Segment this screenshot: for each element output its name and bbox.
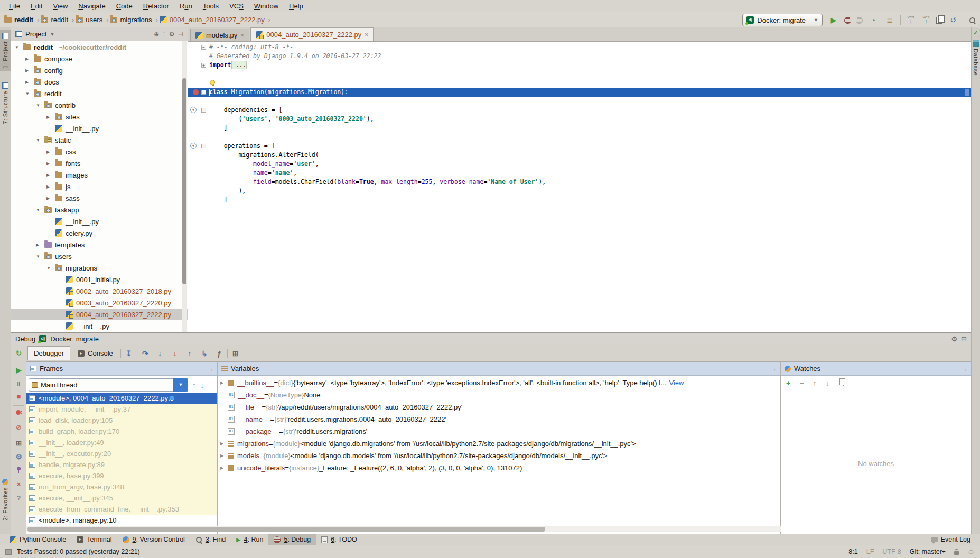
float-panel-icon[interactable]: → [962,366,967,372]
mute-breakpoints-icon[interactable]: ⊘ [11,423,26,431]
run-with-coverage-icon[interactable] [856,17,863,24]
breadcrumb-item[interactable]: reddit [4,16,33,24]
tree-item-celery-py[interactable]: celery.py [11,227,188,239]
run-configuration-select[interactable]: dj Docker: migrate ▼ [742,14,823,26]
variable-row[interactable]: 01__package__ = {str} 'reddit.users.migr… [218,425,781,438]
toolwindow-button-event-log[interactable]: Event Log [926,534,976,545]
toolwindow-button-python-console[interactable]: Python Console [4,534,71,545]
thread-selector[interactable]: MainThread ▼ [29,378,188,392]
tree-item-reddit[interactable]: ▼reddit [11,88,188,99]
rollback-icon[interactable]: ↺ [947,14,959,26]
tree-item-sass[interactable]: ▶sass [11,192,188,204]
debug-icon[interactable] [844,17,851,24]
code-line[interactable]: ] [188,124,971,133]
vcs-update-icon[interactable]: VCS↓ [906,16,916,24]
toolwindow-button-terminal[interactable]: ▸Terminal [71,534,117,545]
intention-bulb-icon[interactable] [210,80,215,85]
menu-run[interactable]: Run [175,1,197,11]
breadcrumb-item[interactable]: users [76,16,102,24]
code-area[interactable]: −# -*- coding: utf-8 -*-# Generated by D… [188,42,971,332]
view-link[interactable]: View [669,379,684,387]
tree-closed-arrow-icon[interactable]: ▶ [46,173,52,178]
tree-item-config[interactable]: ▶config [11,64,188,76]
code-line[interactable] [188,70,971,79]
line-ending[interactable]: LF [866,548,874,555]
duplicate-watch-icon[interactable] [838,380,844,386]
search-everywhere-icon[interactable] [969,17,976,24]
editor-tab-models-py[interactable]: models.py× [190,29,249,41]
readonly-lock-icon[interactable] [954,551,959,555]
frame-row[interactable]: <module>, manage.py:10 [26,515,217,526]
step-out-icon[interactable]: ↑ [183,349,197,358]
code-line[interactable]: +import ... [188,61,971,70]
tree-open-arrow-icon[interactable]: ▼ [36,103,41,108]
show-execution-point-icon[interactable]: ↧ [122,349,136,358]
current-debug-line[interactable]: −class Migration(migrations.Migration): [188,88,971,97]
breadcrumb-item[interactable]: 0004_auto_20160327_2222.py [160,16,265,24]
step-over-icon[interactable]: ↷ [138,349,152,358]
remove-watch-icon[interactable]: − [799,379,804,387]
tree-item-reddit[interactable]: ▼reddit ~/cookiecutter/reddit [11,41,188,53]
step-into-my-code-icon[interactable]: ↓ [168,349,182,358]
float-panel-icon[interactable]: → [771,366,777,372]
code-line[interactable]: # Generated by Django 1.9.4 on 2016-03-2… [188,52,971,61]
variable-row[interactable]: ▶__builtins__ = {dict} {'bytearray': <ty… [218,377,781,389]
tree-open-arrow-icon[interactable]: ▼ [15,45,20,50]
toolwindow-toggle-icon[interactable] [5,549,12,555]
tree-item-templates[interactable]: ▶templates [11,239,188,250]
code-line[interactable] [188,97,971,106]
code-line[interactable]: ), [188,187,971,196]
frame-row[interactable]: execute_from_command_line, __init__.py:3… [26,504,217,515]
hector-notification-icon[interactable]: ☺ [967,547,975,556]
code-line[interactable]: migrations.AlterField( [188,151,971,160]
toolwindow-button-5-debug[interactable]: 5: Debug [268,534,316,545]
step-into-icon[interactable]: ↓ [153,349,167,358]
expand-icon[interactable]: ▶ [220,453,228,458]
close-tab-icon[interactable]: × [365,31,368,39]
tree-item-__init__-py[interactable]: __init__.py [11,216,188,227]
tool-strip-database[interactable]: Database [972,37,980,79]
tree-open-arrow-icon[interactable]: ▼ [36,254,41,259]
code-line[interactable]: model_name='user', [188,160,971,169]
fold-marker-icon[interactable]: − [201,45,206,50]
frame-row[interactable]: __init__, loader.py:49 [26,437,217,448]
menu-window[interactable]: Window [249,1,283,11]
locate-icon[interactable]: ⊕ [154,31,159,38]
tree-item-0001_initial-py[interactable]: 0001_initial.py [11,274,188,285]
tree-item-css[interactable]: ▶css [11,146,188,157]
code-line[interactable]: name='name', [188,169,971,178]
debug-settings-icon[interactable]: ⚙ [951,335,957,343]
tree-item-static[interactable]: ▼static [11,134,188,146]
tree-item-__init__-py[interactable]: __init__.py [11,123,188,134]
tool-strip-project[interactable]: 1: Project [0,30,11,71]
tree-closed-arrow-icon[interactable]: ▶ [46,115,52,119]
variable-row[interactable]: ▶models = {module} <module 'django.db.mo… [218,450,781,462]
menu-help[interactable]: Help [284,1,308,11]
tree-item-docs[interactable]: ▶docs [11,76,188,88]
run-to-cursor-icon[interactable]: ↳ [198,349,211,358]
menu-code[interactable]: Code [111,1,137,11]
tree-closed-arrow-icon[interactable]: ▶ [46,196,52,201]
debugger-horizontal-scrollbar[interactable] [26,526,781,532]
tree-item-0003_auto_20160327_2220-py[interactable]: 0003_auto_20160327_2220.py [11,297,188,309]
view-breakpoints-icon[interactable] [11,410,26,417]
tool-strip-favorites[interactable]: 2: Favorites [0,476,11,524]
code-line[interactable]: ↑− operations = [ [188,142,971,151]
tree-closed-arrow-icon[interactable]: ▶ [46,161,52,166]
frame-row[interactable]: <module>, 0004_auto_20160327_2222.py:8 [26,393,217,404]
hide-icon[interactable]: ⊣ [178,31,183,38]
tree-item-images[interactable]: ▶images [11,169,188,181]
profiler-icon[interactable]: ◔ [867,14,879,26]
tool-strip-structure[interactable]: 7: Structure [0,79,11,127]
tree-item-users[interactable]: ▼users [11,250,188,262]
frame-row[interactable]: build_graph, loader.py:170 [26,426,217,437]
code-line[interactable]: ('users', '0003_auto_20160327_2220'), [188,115,971,124]
menu-file[interactable]: File [4,1,25,11]
frame-row[interactable]: load_disk, loader.py:105 [26,415,217,426]
help-icon[interactable]: ? [11,494,26,502]
tree-closed-arrow-icon[interactable]: ▶ [25,68,31,73]
fold-marker-icon[interactable]: − [201,144,206,148]
editor-tab-0004_auto_20160327_2222-py[interactable]: 0004_auto_20160327_2222.py× [250,27,374,41]
frame-row[interactable]: execute, __init__.py:345 [26,492,217,504]
pause-icon[interactable]: ‖ [11,380,26,388]
